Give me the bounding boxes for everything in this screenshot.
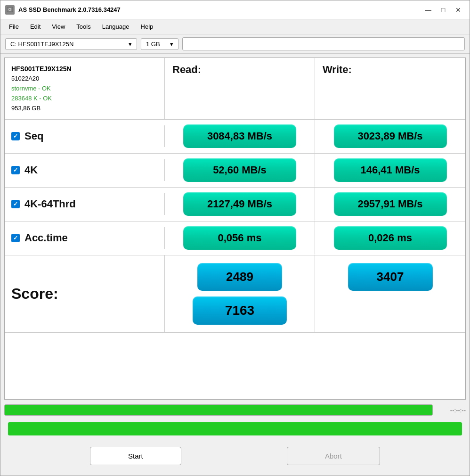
4k64-checkbox[interactable] [11,200,20,208]
4k-write-value: 146,41 MB/s [334,158,447,182]
seq-write-value: 3023,89 MB/s [334,124,447,148]
4k64-label-cell: 4K-64Thrd [5,193,165,215]
score-total-value: 7163 [193,296,287,325]
drive-value: C: HFS001TEJ9X125N [10,41,73,48]
progress-time: --:--:-- [438,407,466,414]
score-label: Score: [11,285,58,303]
4k-write-cell: 146,41 MB/s [315,154,465,187]
abort-button[interactable]: Abort [287,447,380,465]
minimize-button[interactable]: — [421,3,435,16]
start-button[interactable]: Start [90,447,181,465]
window-controls: — □ ✕ [421,3,465,16]
seq-checkbox[interactable] [11,132,20,140]
acctime-write-value: 0,026 ms [334,226,447,250]
seq-row: Seq 3084,83 MB/s 3023,89 MB/s [5,120,465,154]
header-row: HFS001TEJ9X125N 51022A20 stornvme - OK 2… [5,58,465,120]
acctime-label: Acc.time [24,232,68,244]
close-button[interactable]: ✕ [452,3,465,16]
4k-read-value: 52,60 MB/s [183,158,296,182]
4k-read-cell: 52,60 MB/s [165,154,315,187]
acctime-row: Acc.time 0,056 ms 0,026 ms [5,222,465,255]
seq-read-value: 3084,83 MB/s [183,124,296,148]
acctime-label-cell: Acc.time [5,227,165,249]
4k64-read-cell: 2127,49 MB/s [165,188,315,221]
write-header: Write: [315,58,465,119]
green-activity-bar [8,422,462,435]
drive-info-cell: HFS001TEJ9X125N 51022A20 stornvme - OK 2… [5,58,165,119]
acctime-read-cell: 0,056 ms [165,222,315,254]
drive-size: 953,86 GB [11,104,158,114]
toolbar-extra-field [182,37,465,50]
read-header: Read: [165,58,315,119]
size-dropdown-arrow: ▾ [170,41,173,48]
4k-row: 4K 52,60 MB/s 146,41 MB/s [5,154,465,188]
svg-point-2 [9,8,10,9]
4k64-label: 4K-64Thrd [24,198,76,210]
window-title: AS SSD Benchmark 2.0.7316.34247 [18,6,421,13]
acctime-checkbox[interactable] [11,234,20,242]
drive-bytes: 283648 K - OK [11,94,158,104]
score-mid-cell: 2489 7163 [165,255,315,332]
score-right-cell: 3407 [315,255,465,332]
menu-language[interactable]: Language [97,21,134,32]
size-selector[interactable]: 1 GB ▾ [141,38,178,50]
buttons-row: Start Abort [4,440,466,472]
4k-label: 4K [24,164,38,176]
seq-label-cell: Seq [5,125,165,147]
main-content: HFS001TEJ9X125N 51022A20 stornvme - OK 2… [0,54,470,476]
drive-dropdown-arrow: ▾ [129,41,132,48]
seq-label: Seq [24,130,43,142]
acctime-read-value: 0,056 ms [183,226,296,250]
drive-name: HFS001TEJ9X125N [11,64,158,74]
menu-bar: File Edit View Tools Language Help [0,19,470,34]
4k-label-cell: 4K [5,159,165,181]
benchmark-table: HFS001TEJ9X125N 51022A20 stornvme - OK 2… [4,57,466,400]
4k64-read-value: 2127,49 MB/s [183,192,296,216]
menu-view[interactable]: View [47,21,70,32]
svg-rect-3 [9,12,11,13]
score-label-cell: Score: [5,255,165,332]
svg-rect-4 [8,13,12,13]
4k-checkbox[interactable] [11,166,20,174]
main-window: AS SSD Benchmark 2.0.7316.34247 — □ ✕ Fi… [0,0,470,476]
drive-firmware: 51022A20 [11,74,158,84]
seq-read-cell: 3084,83 MB/s [165,120,315,153]
app-icon [5,5,15,15]
progress-bar-fill [5,405,432,415]
acctime-write-cell: 0,026 ms [315,222,465,254]
drive-selector[interactable]: C: HFS001TEJ9X125N ▾ [5,38,137,50]
progress-bar-background [4,404,433,416]
4k64-row: 4K-64Thrd 2127,49 MB/s 2957,91 MB/s [5,188,465,222]
score-section: Score: 2489 7163 3407 [5,255,465,333]
seq-write-cell: 3023,89 MB/s [315,120,465,153]
score-write-value: 3407 [348,263,433,291]
toolbar: C: HFS001TEJ9X125N ▾ 1 GB ▾ [0,34,470,54]
menu-edit[interactable]: Edit [25,21,45,32]
menu-file[interactable]: File [4,21,24,32]
4k64-write-cell: 2957,91 MB/s [315,188,465,221]
size-value: 1 GB [146,41,160,48]
maximize-button[interactable]: □ [437,3,450,16]
drive-driver: stornvme - OK [11,84,158,94]
title-bar: AS SSD Benchmark 2.0.7316.34247 — □ ✕ [0,0,470,19]
4k64-write-value: 2957,91 MB/s [334,192,447,216]
progress-area: --:--:-- [4,402,466,418]
menu-help[interactable]: Help [136,21,158,32]
green-bar-row [4,420,466,437]
score-read-value: 2489 [197,263,282,291]
menu-tools[interactable]: Tools [72,21,95,32]
